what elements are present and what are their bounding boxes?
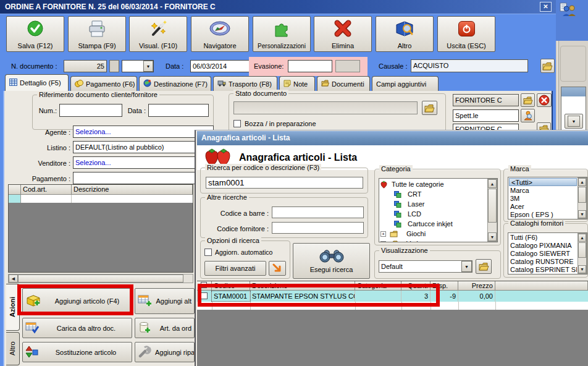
items-header-codart[interactable]: Cod.art. (21, 185, 72, 195)
catalogo-item[interactable]: Catalog ESPRINET SPA (508, 266, 577, 274)
person-search-icon[interactable] (521, 109, 535, 122)
visualizzazione-combo[interactable]: Default (379, 260, 472, 273)
num-field[interactable] (59, 104, 122, 117)
items-row-selector[interactable] (9, 195, 21, 203)
agente-field[interactable]: Seleziona... (73, 126, 214, 138)
visualizzazione-combo-arrow-icon[interactable]: ▼ (461, 261, 472, 272)
items-row-descrizione[interactable] (72, 195, 193, 203)
hscroll-thumb[interactable] (18, 274, 183, 283)
scroll-up-icon[interactable]: ▲ (488, 179, 497, 188)
venditore-field[interactable]: Seleziona... (73, 156, 214, 169)
scroll-down-icon[interactable]: ▼ (488, 232, 497, 241)
tree-item-cartucce[interactable]: Cartucce inkjet (379, 219, 487, 229)
scroll-up-icon[interactable]: ▲ (578, 178, 586, 186)
causale-field[interactable]: ACQUISTO (411, 59, 528, 72)
pagamento-combo[interactable] (73, 172, 214, 184)
barcode-input[interactable] (272, 206, 364, 218)
tree-item-vari[interactable]: + Vari (379, 239, 487, 242)
dialog-title-bar[interactable]: Anagrafica articoli - Lista (197, 131, 588, 145)
tab-dettaglio[interactable]: Dettaglio (F5) (5, 74, 69, 91)
carica-da-altro-doc-button[interactable]: Carica da altro doc. (22, 318, 132, 338)
personalizations-button[interactable]: Personalizzazioni (253, 16, 311, 52)
results-header-prezzo[interactable]: Prezzo (458, 281, 495, 291)
marca-item[interactable]: 3M (508, 195, 577, 203)
bozza-checkbox[interactable] (233, 120, 241, 127)
ndoc-suffix-field[interactable] (109, 60, 119, 72)
result-prezzo[interactable]: 0,00 (458, 291, 495, 302)
spettle-field[interactable]: Spett.le (453, 109, 519, 122)
filtri-avanzati-button[interactable]: Filtri avanzati (204, 261, 266, 276)
marca-item[interactable]: Acer (508, 203, 577, 211)
listino-field[interactable]: DEFAULT(Listino al pubblico) (73, 141, 214, 153)
fire-arrow-icon[interactable] (269, 261, 286, 276)
ndoc-field[interactable]: 25 (64, 60, 107, 72)
tab-trasporto[interactable]: Trasporto (F8) (213, 76, 277, 91)
catalogo-item[interactable]: Catalogo PIXMANIA (508, 242, 577, 250)
visual-button[interactable]: Visual. (F10) (129, 16, 187, 52)
tab-campi-aggiuntivi[interactable]: Campi aggiuntivi (372, 76, 439, 91)
tree-item-root[interactable]: Tutte le categorie (379, 180, 487, 189)
items-row-codart[interactable] (21, 195, 72, 203)
ndoc-combo-arrow-icon[interactable]: ▼ (143, 61, 153, 72)
scroll-down-icon[interactable]: ▼ (578, 210, 586, 218)
scroll-down-icon[interactable]: ▼ (578, 265, 586, 273)
items-header-selector[interactable] (9, 185, 21, 195)
catalogo-item[interactable]: Tutti (F6) (508, 234, 577, 242)
altro-button[interactable]: Altro (376, 16, 434, 52)
esegui-ricerca-button[interactable]: Esegui ricerca (293, 243, 370, 279)
tree-item-giochi[interactable]: + Giochi (379, 229, 487, 239)
marca-vscrollbar[interactable]: ▲ ▼ (578, 177, 587, 219)
cataloghi-listbox[interactable]: Tutti (F6) Catalogo PIXMANIA Catalogo SI… (508, 232, 587, 274)
aggiorn-automatico-checkbox[interactable] (204, 249, 212, 256)
rif-data-field[interactable] (148, 104, 209, 117)
evasione-extra-field[interactable] (335, 60, 360, 72)
categoria-vscrollbar[interactable]: ▲ ▼ (487, 179, 497, 242)
tab-note[interactable]: Note (279, 76, 315, 91)
print-button[interactable]: Stampa (F9) (68, 16, 126, 52)
ricerca-input[interactable] (206, 177, 363, 189)
tab-pagamento[interactable]: Pagamento (F6) (70, 76, 137, 91)
catalogo-item[interactable]: Catalog RUNSTORE (508, 258, 577, 266)
scroll-up-icon[interactable]: ▲ (578, 234, 586, 242)
evasione-field[interactable] (288, 60, 332, 72)
tab-documenti[interactable]: Documenti (317, 76, 370, 91)
causale-folder-icon[interactable] (540, 59, 555, 73)
visualizzazione-folder-icon[interactable] (476, 259, 492, 274)
sostituzione-articolo-button[interactable]: Sostituzione articolo (22, 342, 132, 362)
side-tab-altro[interactable]: Altro (6, 332, 20, 365)
cataloghi-vscrollbar[interactable]: ▲ ▼ (578, 233, 587, 274)
tree-item-laser[interactable]: Laser (379, 200, 487, 209)
tree-item-crt[interactable]: CRT (379, 190, 487, 199)
scroll-left-icon[interactable]: ◀ (9, 274, 18, 283)
fornitore-field[interactable]: FORNITORE C (453, 94, 519, 106)
marca-scroll-thumb[interactable] (578, 187, 586, 203)
art-da-ord-button[interactable]: Art. da ord (135, 318, 195, 338)
categoria-tree[interactable]: Tutte le categorie CRT Laser LCD Cartucc… (379, 178, 498, 242)
tree-expander-icon[interactable]: + (380, 241, 386, 242)
fornitore-folder-icon[interactable] (521, 93, 535, 107)
tab-destinazione[interactable]: Destinazione (F7) (139, 76, 211, 91)
stato-folder-icon[interactable] (422, 101, 437, 115)
save-button[interactable]: Salva (F12) (6, 16, 64, 52)
exit-button[interactable]: Uscita (ESC) (437, 16, 495, 52)
tree-expander-icon[interactable]: + (380, 231, 386, 237)
fornitore-clear-icon[interactable] (537, 93, 552, 107)
marca-listbox[interactable]: <Tutti> Marca 3M Acer Epson ( EPS ) ▲ ▼ (508, 177, 587, 219)
codice-fornitore-input[interactable] (272, 222, 364, 234)
delete-button[interactable]: Elimina (314, 16, 372, 52)
strip-combo-button[interactable]: ▼ (565, 114, 583, 129)
close-icon[interactable]: ✕ (540, 2, 552, 12)
categoria-scroll-thumb[interactable] (488, 189, 497, 223)
marca-item[interactable]: Marca (508, 187, 577, 195)
aggiungi-alt-button[interactable]: Aggiungi alt (135, 288, 195, 314)
marca-item[interactable]: Epson ( EPS ) (508, 211, 577, 219)
cataloghi-scroll-thumb[interactable] (578, 242, 586, 258)
items-hscrollbar[interactable]: ◀ (8, 274, 193, 283)
navigator-button[interactable]: Navigatore (191, 16, 249, 52)
tree-item-lcd[interactable]: LCD (379, 210, 487, 219)
window-title-bar[interactable]: ORDINE A FORNITORE N. 25 del 06/03/2014 … (0, 0, 556, 14)
catalogo-item[interactable]: Catalogo SIEWERT (508, 250, 577, 258)
aggiungi-ripa-button[interactable]: Aggiungi ripa (135, 342, 195, 362)
items-header-descrizione[interactable]: Descrizione (72, 185, 193, 195)
marca-item-selected[interactable]: <Tutti> (509, 178, 577, 186)
